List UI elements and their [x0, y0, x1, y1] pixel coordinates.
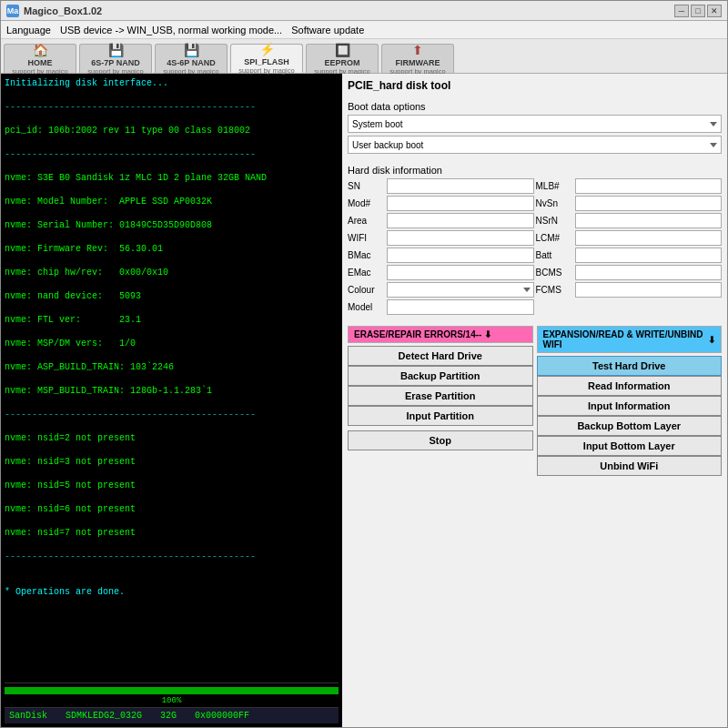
- terminal-line-9: nvme: nand device: 5093: [5, 290, 339, 302]
- tab-eeprom[interactable]: 🔲 EEPROM support by magico: [306, 44, 379, 73]
- tab-label-4s6p: 4S-6P NAND: [167, 58, 215, 67]
- tab-home[interactable]: 🏠 HOME support by magico: [4, 44, 76, 73]
- terminal-line-2: pci_id: 106b:2002 rev 11 type 00 class 0…: [5, 125, 339, 136]
- tab-4s6p[interactable]: 💾 4S-6P NAND support by magico: [155, 44, 228, 73]
- hd-label-Model: Model: [348, 302, 384, 312]
- drive-info-item-3: 0x000000FF: [195, 711, 249, 721]
- hd-label-r-FCMS: FCMS: [536, 285, 572, 295]
- erase-btn-1[interactable]: Backup Partition: [348, 366, 533, 386]
- hd-left-field-3: WIFI: [348, 230, 534, 246]
- tab-icon-home: 🏠: [33, 43, 48, 57]
- drive-info-row: SanDiskSDMKLEDG2_032G32G0x000000FF: [5, 707, 339, 723]
- hd-left-field-7: Model: [348, 299, 534, 315]
- tab-icon-4s6p: 💾: [184, 43, 199, 57]
- tab-label-eeprom: EEPROM: [324, 58, 359, 67]
- expand-section-header[interactable]: EXPANSION/READ & WRITE/UNBIND WIFI ⬇: [537, 326, 723, 353]
- hd-input-r-BCMS[interactable]: [575, 265, 723, 280]
- terminal-line-10: nvme: FTL ver: 23.1: [5, 314, 339, 326]
- user-backup-boot-dropdown[interactable]: User backup boot: [348, 136, 722, 154]
- tab-icon-spi: ⚡: [259, 42, 275, 56]
- erase-btn-0[interactable]: Detect Hard Drive: [348, 346, 533, 366]
- terminal-line-22: * Operations are done.: [5, 586, 339, 598]
- minimize-button[interactable]: ─: [674, 5, 689, 17]
- boot-data-label: Boot data options: [348, 101, 722, 112]
- expand-btn-4[interactable]: Input Bottom Layer: [537, 436, 723, 456]
- hd-input-SN[interactable]: [387, 178, 534, 194]
- system-boot-dropdown[interactable]: System boot: [348, 115, 722, 133]
- hd-label-r-NSrN: NSrN: [536, 216, 572, 226]
- hd-input-Area[interactable]: [387, 213, 534, 228]
- hd-label-EMac: EMac: [348, 268, 384, 278]
- hd-left-field-2: Area: [348, 213, 534, 228]
- terminal-line-5: nvme: Model Number: APPLE SSD AP0032K: [5, 196, 339, 207]
- hd-right-field-6: FCMS: [536, 282, 723, 298]
- hd-right-field-3: LCM#: [536, 230, 723, 246]
- menu-item-2[interactable]: Software update: [291, 25, 364, 35]
- stop-button[interactable]: Stop: [348, 430, 533, 450]
- hard-disk-label: Hard disk information: [348, 165, 722, 176]
- hd-input-r-NvSn[interactable]: [575, 196, 723, 211]
- hd-input-r-NSrN[interactable]: [575, 213, 723, 228]
- hd-input-r-Batt[interactable]: [575, 248, 723, 263]
- terminal-output: Initializing disk interface... ---------…: [5, 77, 339, 610]
- hd-input-r-LCM#[interactable]: [575, 230, 723, 246]
- hd-label-Mod#: Mod#: [348, 198, 384, 208]
- hd-right-field-0: MLB#: [536, 178, 723, 194]
- tab-label-home: HOME: [28, 58, 53, 67]
- menu-item-0[interactable]: Language: [6, 25, 51, 35]
- terminal-line-7: nvme: Firmware Rev: 56.30.01: [5, 243, 339, 255]
- boot-dropdowns: System boot User backup boot: [348, 115, 722, 154]
- terminal-progress: 100%: [5, 682, 339, 707]
- expand-header-label: EXPANSION/READ & WRITE/UNBIND WIFI: [543, 329, 706, 349]
- expand-btn-3[interactable]: Backup Bottom Layer: [537, 416, 723, 436]
- erase-btn-2[interactable]: Erase Partition: [348, 386, 533, 406]
- hd-label-WIFI: WIFI: [348, 233, 384, 243]
- maximize-button[interactable]: □: [691, 5, 705, 17]
- tab-firmware[interactable]: ⬆ FIRMWARE support by magico: [381, 44, 454, 73]
- hd-right-field-4: Batt: [536, 248, 723, 263]
- hd-input-Mod#[interactable]: [387, 196, 534, 211]
- drive-info-item-1: SDMKLEDG2_032G: [66, 711, 142, 721]
- tab-6s7p[interactable]: 💾 6S-7P NAND support by magico: [79, 44, 152, 73]
- erase-section-header[interactable]: ERASE/REPAIR ERRORS/14-- ⬇: [348, 326, 533, 343]
- close-button[interactable]: ✕: [707, 5, 722, 17]
- hd-label-Colour: Colour: [348, 285, 384, 295]
- hd-input-WIFI[interactable]: [387, 230, 534, 246]
- hd-dropdown-Colour[interactable]: [387, 282, 534, 298]
- hd-input-Model[interactable]: [387, 299, 534, 315]
- tab-icon-6s7p: 💾: [108, 43, 124, 57]
- expand-down-icon: ⬇: [708, 335, 715, 345]
- tab-icon-firmware: ⬆: [412, 43, 423, 57]
- hd-grid: SN Mod# Area WIFI BMac EMac Colour Model: [348, 178, 722, 315]
- menu-item-1[interactable]: USB device -> WIN_USB, normal working mo…: [60, 25, 282, 35]
- expand-btn-2[interactable]: Input Information: [537, 396, 723, 416]
- main-content: Initializing disk interface... ---------…: [1, 74, 727, 727]
- terminal-line-8: nvme: chip hw/rev: 0x00/0x10: [5, 267, 339, 278]
- expand-btn-1[interactable]: Read Information: [537, 376, 723, 396]
- erase-btn-3[interactable]: Input Partition: [348, 406, 533, 426]
- hd-label-r-LCM#: LCM#: [536, 233, 572, 243]
- title-bar: Ma Magico_Box1.02 ─ □ ✕: [1, 1, 727, 21]
- hd-label-r-BCMS: BCMS: [536, 268, 572, 278]
- terminal-line-17: nvme: nsid=5 not present: [5, 480, 339, 491]
- hd-input-EMac[interactable]: [387, 265, 534, 280]
- terminal-line-14: ----------------------------------------…: [5, 409, 339, 420]
- hd-left-fields: SN Mod# Area WIFI BMac EMac Colour Model: [348, 178, 534, 315]
- tab-bar: 🏠 HOME support by magico 💾 6S-7P NAND su…: [1, 39, 727, 74]
- terminal-line-0: Initializing disk interface...: [5, 77, 339, 89]
- hd-input-r-FCMS[interactable]: [575, 282, 723, 298]
- hd-right-field-2: NSrN: [536, 213, 723, 228]
- erase-header-label: ERASE/REPAIR ERRORS/14--: [354, 329, 481, 339]
- tab-spi[interactable]: ⚡ SPI_FLASH support by magico: [230, 44, 303, 73]
- tab-icon-eeprom: 🔲: [335, 43, 350, 57]
- hd-label-r-MLB#: MLB#: [536, 181, 572, 191]
- tab-label-spi: SPI_FLASH: [244, 57, 289, 66]
- menu-bar: LanguageUSB device -> WIN_USB, normal wo…: [1, 21, 727, 39]
- hd-input-r-MLB#[interactable]: [575, 178, 723, 194]
- expand-btn-5[interactable]: Unbind WiFi: [537, 456, 723, 476]
- terminal-line-4: nvme: S3E B0 Sandisk 1z MLC 1D 2 plane 3…: [5, 172, 339, 184]
- progress-bar-fill: [5, 687, 339, 694]
- hd-input-BMac[interactable]: [387, 248, 534, 263]
- terminal-line-6: nvme: Serial Number: 01849C5D35D90D808: [5, 219, 339, 231]
- expand-btn-0[interactable]: Test Hard Drive: [537, 356, 723, 376]
